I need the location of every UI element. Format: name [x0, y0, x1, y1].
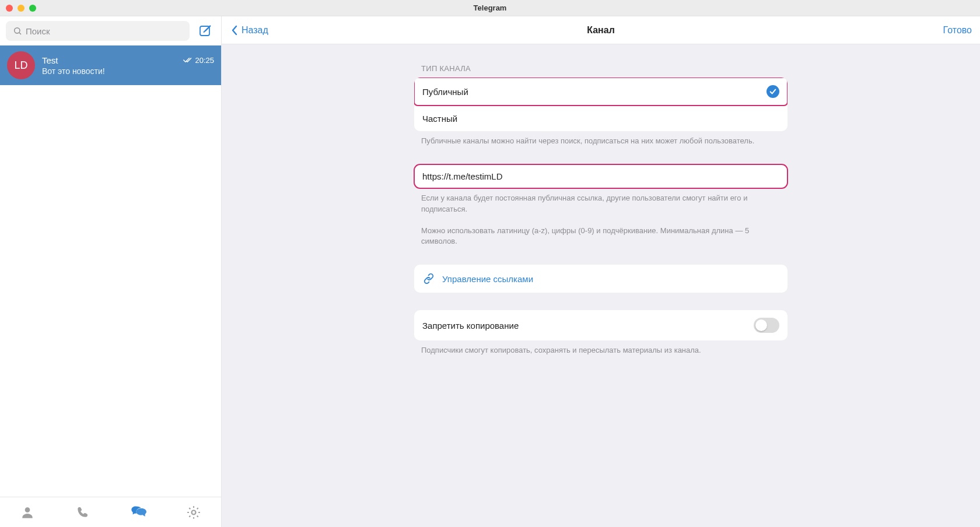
avatar: LD: [7, 51, 35, 79]
option-private-label: Частный: [422, 114, 457, 124]
compose-button[interactable]: [195, 21, 215, 41]
traffic-lights: [0, 5, 36, 12]
person-icon: [20, 505, 35, 520]
phone-icon: [76, 505, 90, 519]
content-inner: ТИП КАНАЛА Публичный Частный Публичные к…: [414, 44, 788, 527]
chat-name: Test: [42, 55, 183, 65]
option-private[interactable]: Частный: [414, 106, 788, 131]
main-panel: Назад Канал Готово ТИП КАНАЛА Публичный …: [222, 16, 980, 527]
option-public[interactable]: Публичный: [414, 78, 788, 106]
chat-preview: Вот это новости!: [42, 66, 214, 76]
maximize-window-button[interactable]: [29, 5, 36, 12]
manage-links-label: Управление ссылками: [442, 274, 533, 284]
checkmark-icon: [766, 85, 779, 98]
channel-type-label: ТИП КАНАЛА: [414, 64, 788, 78]
window-title: Telegram: [474, 3, 507, 12]
page-title: Канал: [587, 25, 615, 36]
sidebar-bottom-tabs: [0, 497, 221, 527]
back-label: Назад: [242, 25, 268, 36]
search-icon: [13, 26, 22, 36]
sidebar: LD Test 20:25 Вот это новости!: [0, 16, 222, 527]
main-header: Назад Канал Готово: [222, 16, 980, 44]
gear-icon: [186, 505, 201, 520]
svg-point-4: [25, 507, 30, 512]
chevron-left-icon: [230, 24, 239, 36]
manage-links-button[interactable]: Управление ссылками: [414, 265, 788, 293]
compose-icon: [198, 24, 212, 38]
chat-time: 20:25: [183, 56, 214, 65]
channel-type-hint: Публичные каналы можно найти через поиск…: [414, 131, 788, 147]
tab-chats[interactable]: [127, 501, 150, 524]
chat-body: Test 20:25 Вот это новости!: [42, 55, 214, 76]
restrict-copy-toggle[interactable]: [754, 318, 779, 333]
svg-line-1: [19, 33, 21, 34]
link-icon: [422, 272, 435, 285]
app-root: LD Test 20:25 Вот это новости!: [0, 16, 980, 527]
public-link-card: [414, 164, 788, 188]
tab-contacts[interactable]: [16, 501, 39, 524]
restrict-copy-card: Запретить копирование: [414, 310, 788, 340]
read-checkmarks-icon: [183, 57, 192, 64]
window-titlebar: Telegram: [0, 0, 980, 16]
public-link-hint-1: Если у канала будет постоянная публичная…: [414, 188, 788, 215]
search-input[interactable]: [26, 26, 183, 36]
minimize-window-button[interactable]: [18, 5, 24, 12]
channel-type-card: Публичный Частный: [414, 78, 788, 131]
manage-links-card: Управление ссылками: [414, 265, 788, 293]
restrict-copy-row: Запретить копирование: [414, 310, 788, 340]
tab-settings[interactable]: [182, 501, 205, 524]
chats-icon: [130, 504, 146, 521]
sidebar-top: [0, 16, 221, 45]
search-field-wrap[interactable]: [6, 21, 190, 41]
chat-item[interactable]: LD Test 20:25 Вот это новости!: [0, 45, 221, 85]
option-public-label: Публичный: [422, 87, 468, 97]
public-link-hint-2: Можно использовать латиницу (a-z), цифры…: [414, 221, 788, 248]
close-window-button[interactable]: [6, 5, 13, 12]
public-link-input[interactable]: [414, 164, 788, 188]
restrict-copy-hint: Подписчики смогут копировать, сохранять …: [414, 340, 788, 356]
svg-point-5: [191, 510, 195, 514]
svg-point-0: [15, 28, 20, 33]
chat-time-text: 20:25: [195, 56, 214, 65]
done-button[interactable]: Готово: [943, 25, 972, 36]
back-button[interactable]: Назад: [230, 24, 268, 36]
tab-calls[interactable]: [71, 501, 94, 524]
restrict-copy-label: Запретить копирование: [422, 321, 519, 331]
content-scroll[interactable]: ТИП КАНАЛА Публичный Частный Публичные к…: [222, 44, 980, 527]
chat-list: LD Test 20:25 Вот это новости!: [0, 45, 221, 497]
